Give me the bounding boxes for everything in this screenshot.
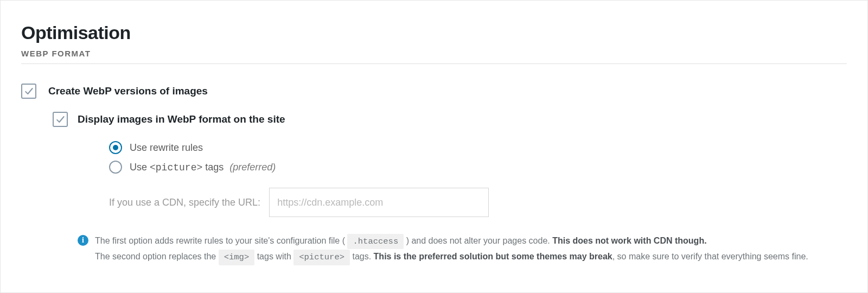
settings-panel: Optimisation WEBP FORMAT Create WebP ver…: [0, 0, 868, 293]
text-strong: This is the preferred solution but some …: [374, 252, 612, 261]
option-display-webp-block: Display images in WebP format on the sit…: [53, 112, 847, 217]
text: ) and does not alter your pages code.: [406, 236, 553, 245]
section-divider: [21, 63, 847, 64]
text-preferred: (preferred): [229, 162, 276, 173]
checkbox-display-webp[interactable]: [53, 112, 68, 127]
text: tags.: [352, 252, 373, 261]
radio-picture-tags[interactable]: [109, 161, 122, 174]
checkbox-label: Display images in WebP format on the sit…: [78, 112, 285, 127]
text: tags: [202, 162, 224, 173]
code-img: <img>: [219, 250, 255, 265]
info-notice: i The first option adds rewrite rules to…: [78, 233, 831, 265]
check-icon: [55, 114, 66, 125]
page-title: Optimisation: [21, 22, 847, 43]
checkbox-label: Create WebP versions of images: [48, 84, 208, 99]
info-text: The first option adds rewrite rules to y…: [95, 233, 808, 265]
cdn-url-input[interactable]: [269, 188, 489, 217]
text: Use: [130, 162, 150, 173]
option-picture-tags: Use <picture> tags (preferred): [109, 161, 847, 174]
option-rewrite-rules: Use rewrite rules: [109, 141, 847, 154]
option-create-webp: Create WebP versions of images: [21, 84, 847, 99]
cdn-url-row: If you use a CDN, specify the URL:: [109, 188, 847, 217]
info-icon: i: [78, 235, 88, 246]
section-subtitle: WEBP FORMAT: [21, 49, 847, 58]
code-htaccess: .htaccess: [347, 234, 404, 249]
text: The first option adds rewrite rules to y…: [95, 236, 347, 245]
code-picture: <picture>: [293, 250, 350, 265]
radio-rewrite-rules[interactable]: [109, 141, 122, 154]
radio-label: Use rewrite rules: [130, 142, 203, 154]
radio-label: Use <picture> tags (preferred): [130, 162, 276, 173]
option-display-webp: Display images in WebP format on the sit…: [53, 112, 847, 127]
display-method-options: Use rewrite rules Use <picture> tags (pr…: [109, 141, 847, 217]
check-icon: [23, 86, 34, 97]
checkbox-create-webp[interactable]: [21, 84, 36, 99]
text: The second option replaces the: [95, 252, 219, 261]
text-strong: This does not work with CDN though.: [552, 236, 706, 245]
text-code: <picture>: [150, 162, 202, 173]
text: tags with: [257, 252, 294, 261]
text: , so make sure to verify that everything…: [612, 252, 808, 261]
cdn-url-label: If you use a CDN, specify the URL:: [109, 197, 260, 208]
